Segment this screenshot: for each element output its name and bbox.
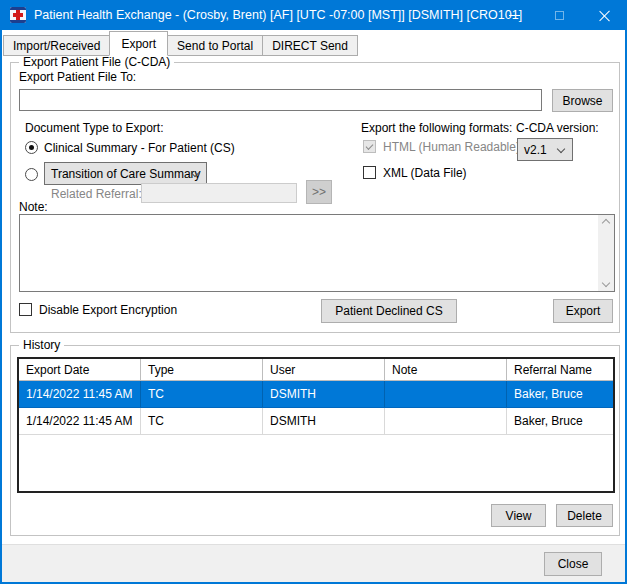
history-groupbox: History Export Date Type User Note Refer… xyxy=(10,345,620,536)
scroll-down-icon[interactable] xyxy=(602,279,610,287)
radio-clinical-summary[interactable] xyxy=(25,141,38,154)
related-referral-expand-button[interactable]: >> xyxy=(306,180,332,204)
minimize-icon xyxy=(509,15,520,16)
disable-encryption-label: Disable Export Encryption xyxy=(39,303,177,317)
document-type-label: Document Type to Export: xyxy=(25,121,164,135)
minimize-button[interactable] xyxy=(492,0,537,30)
cell-referral-name: Baker, Bruce xyxy=(507,381,613,407)
cell-note xyxy=(385,408,507,434)
column-header-note[interactable]: Note xyxy=(385,359,507,380)
tab-export[interactable]: Export xyxy=(109,31,168,56)
history-table[interactable]: Export Date Type User Note Referral Name… xyxy=(17,357,615,493)
radio-clinical-summary-label: Clinical Summary - For Patient (CS) xyxy=(44,141,235,155)
scroll-up-icon[interactable] xyxy=(602,219,610,227)
related-referral-label: Related Referral: xyxy=(51,187,138,201)
disable-encryption-checkbox[interactable] xyxy=(19,303,32,316)
xml-format-label: XML (Data File) xyxy=(383,166,467,180)
radio-selected-dot xyxy=(29,145,34,150)
footer-bar: Close xyxy=(2,544,625,582)
cell-export-date: 1/14/2022 11:45 AM xyxy=(19,408,141,434)
tab-strip: Import/Received Export Send to Portal DI… xyxy=(3,30,357,56)
transition-of-care-dropdown[interactable]: Transition of Care Summary xyxy=(44,162,207,185)
tab-send-to-portal[interactable]: Send to Portal xyxy=(167,35,263,56)
column-header-referral-name[interactable]: Referral Name xyxy=(507,359,613,380)
delete-button[interactable]: Delete xyxy=(556,504,613,527)
column-header-user[interactable]: User xyxy=(263,359,385,380)
cell-user: DSMITH xyxy=(263,381,385,407)
ccda-version-label: C-CDA version: xyxy=(516,121,599,135)
note-scrollbar[interactable] xyxy=(598,215,614,291)
history-groupbox-title: History xyxy=(19,338,64,352)
cell-referral-name: Baker, Bruce xyxy=(507,408,613,434)
view-button[interactable]: View xyxy=(491,504,546,527)
close-button[interactable]: Close xyxy=(544,552,602,576)
window-title: Patient Health Exchange - (Crosby, Brent… xyxy=(34,8,522,22)
export-groupbox-title: Export Patient File (C-CDA) xyxy=(19,55,174,69)
related-referral-input xyxy=(141,183,297,203)
maximize-button[interactable] xyxy=(537,0,582,30)
export-button[interactable]: Export xyxy=(553,299,613,323)
tab-import-received[interactable]: Import/Received xyxy=(3,35,110,56)
maximize-icon xyxy=(555,11,564,20)
close-icon xyxy=(599,10,610,21)
cell-type: TC xyxy=(141,408,263,434)
radio-transition-of-care[interactable] xyxy=(25,168,38,181)
formats-label: Export the following formats: xyxy=(361,121,512,135)
patient-health-exchange-window: Patient Health Exchange - (Crosby, Brent… xyxy=(0,0,627,584)
title-bar[interactable]: Patient Health Exchange - (Crosby, Brent… xyxy=(0,0,627,30)
tab-direct-send[interactable]: DIRECT Send xyxy=(262,35,358,56)
column-header-type[interactable]: Type xyxy=(141,359,263,380)
transition-of-care-value: Transition of Care Summary xyxy=(51,167,201,181)
history-table-header: Export Date Type User Note Referral Name xyxy=(19,359,613,381)
export-patient-file-groupbox: Export Patient File (C-CDA) Export Patie… xyxy=(10,62,620,333)
html-format-checkbox xyxy=(363,140,376,153)
note-textarea[interactable] xyxy=(19,214,615,292)
export-file-path-input[interactable] xyxy=(19,89,542,111)
chevron-down-icon xyxy=(557,145,565,153)
ccda-version-value: v2.1 xyxy=(524,143,547,157)
html-format-label: HTML (Human Readable) xyxy=(383,140,520,154)
cell-type: TC xyxy=(141,381,263,407)
table-row[interactable]: 1/14/2022 11:45 AM TC DSMITH Baker, Bruc… xyxy=(19,381,613,408)
cell-export-date: 1/14/2022 11:45 AM xyxy=(19,381,141,407)
close-window-button[interactable] xyxy=(582,0,627,30)
cell-user: DSMITH xyxy=(263,408,385,434)
cell-note xyxy=(385,381,507,407)
export-file-to-label: Export Patient File To: xyxy=(19,70,136,84)
ccda-version-dropdown[interactable]: v2.1 xyxy=(517,138,573,161)
xml-format-checkbox[interactable] xyxy=(363,166,376,179)
patient-declined-cs-button[interactable]: Patient Declined CS xyxy=(321,299,457,323)
note-label: Note: xyxy=(19,200,48,214)
app-icon xyxy=(10,7,26,23)
column-header-export-date[interactable]: Export Date xyxy=(19,359,141,380)
check-icon xyxy=(366,142,374,150)
window-controls xyxy=(492,0,627,30)
browse-button[interactable]: Browse xyxy=(552,89,613,112)
table-row[interactable]: 1/14/2022 11:45 AM TC DSMITH Baker, Bruc… xyxy=(19,408,613,435)
